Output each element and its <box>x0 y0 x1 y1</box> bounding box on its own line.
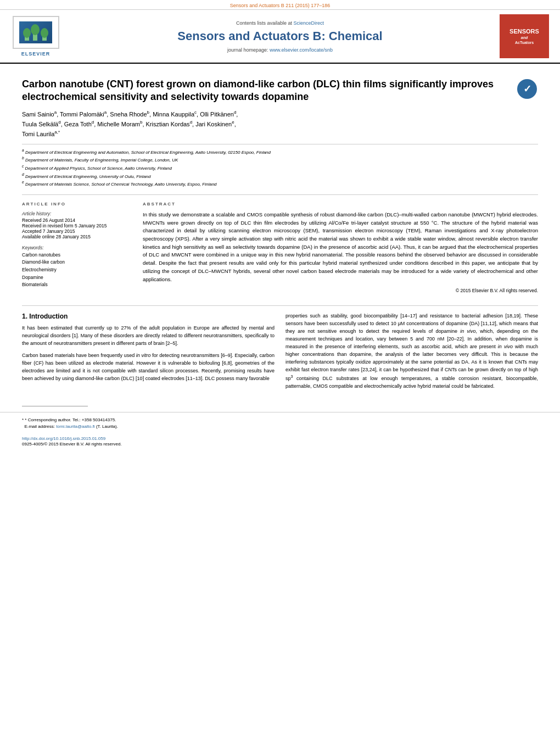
email-line: E-mail address: tomi.laurila@aalto.fi (T… <box>22 423 538 430</box>
article-info-abstract: ARTICLE INFO Article history: Received 2… <box>22 194 538 293</box>
homepage-line: journal homepage: www.elsevier.com/locat… <box>71 47 489 53</box>
keyword-3: Electrochemistry <box>22 266 132 274</box>
keyword-2: Diamond-like carbon <box>22 259 132 266</box>
body-left-column: 1. Introduction It has been estimated th… <box>22 313 275 394</box>
sensors-logo-line2: AcTuators <box>515 40 534 45</box>
section1-title: 1. Introduction <box>22 313 275 320</box>
homepage-link[interactable]: www.elsevier.com/locate/snb <box>270 47 333 53</box>
intro-para-1: It has been estimated that currently up … <box>22 325 275 348</box>
section-divider <box>22 305 538 306</box>
svg-point-3 <box>31 24 40 35</box>
footnote-area: * * Corresponding author. Tel.: +358 503… <box>0 412 560 450</box>
abstract-text: In this study we demonstrate a scalable … <box>143 211 538 283</box>
article-title: Carbon nanotube (CNT) forest grown on di… <box>22 78 516 104</box>
contents-available: Contents lists available at ScienceDirec… <box>71 20 489 26</box>
journal-center: Contents lists available at ScienceDirec… <box>60 20 500 53</box>
copyright-line: © 2015 Elsevier B.V. All rights reserved… <box>143 288 538 293</box>
affiliation-e: e Department of Materials Science, Schoo… <box>22 180 538 188</box>
corresponding-author: * * Corresponding author. Tel.: +358 503… <box>22 417 538 423</box>
intro-para-3: properties such as stability, good bioco… <box>285 313 538 390</box>
body-right-column: properties such as stability, good bioco… <box>285 313 538 394</box>
keyword-1: Carbon nanotubes <box>22 252 132 259</box>
affiliation-b: b Department of Materials, Faculty of En… <box>22 155 538 164</box>
homepage-text: journal homepage: <box>227 47 268 53</box>
affiliation-d: d Department of Electrical Engineering, … <box>22 172 538 180</box>
article-info-heading: ARTICLE INFO <box>22 202 132 207</box>
footnote-divider <box>22 406 88 406</box>
journal-title: Sensors and Actuators B: Chemical <box>71 29 489 43</box>
crossmark-container[interactable]: ✓ <box>516 78 538 100</box>
elsevier-tree-icon <box>22 23 49 42</box>
abstract-column: ABSTRACT In this study we demonstrate a … <box>143 202 538 293</box>
crossmark-icon[interactable]: ✓ <box>517 79 537 99</box>
elsevier-logo-inner <box>19 21 52 43</box>
doi-link[interactable]: http://dx.doi.org/10.1016/j.snb.2015.01.… <box>22 436 538 441</box>
article-history: Article history: Received 26 August 2014… <box>22 211 132 239</box>
available-date: Available online 28 January 2015 <box>22 234 132 239</box>
affiliation-c: c Department of Applied Physics, School … <box>22 164 538 172</box>
issn-line: 0925-4005/© 2015 Elsevier B.V. All right… <box>22 441 538 448</box>
keyword-4: Dopamine <box>22 274 132 282</box>
received-date: Received 26 August 2014 <box>22 217 132 223</box>
elsevier-logo: ELSEVIER <box>11 16 60 57</box>
keyword-5: Biomaterials <box>22 281 132 289</box>
sensors-actuators-logo: SENSORS and AcTuators <box>500 14 549 58</box>
keywords-label: Keywords: <box>22 245 132 250</box>
journal-citation: Sensors and Actuators B 211 (2015) 177–1… <box>230 3 331 8</box>
elsevier-label: ELSEVIER <box>21 51 51 57</box>
top-bar: Sensors and Actuators B 211 (2015) 177–1… <box>0 0 560 10</box>
intro-para-2: Carbon based materials have been frequen… <box>22 352 275 383</box>
article-title-section: Carbon nanotube (CNT) forest grown on di… <box>22 78 538 104</box>
history-label: Article history: <box>22 211 132 216</box>
svg-point-1 <box>23 28 31 38</box>
sciencedirect-link[interactable]: ScienceDirect <box>294 20 324 26</box>
email-link[interactable]: tomi.laurila@aalto.fi <box>56 424 94 429</box>
svg-point-5 <box>41 28 48 38</box>
revised-date: Received in revised form 5 January 2015 <box>22 223 132 228</box>
authors-list: Sami Sainioa, Tommi Palomäkia, Sneha Rho… <box>22 109 538 140</box>
affiliations-section: a Department of Electrical Engineering a… <box>22 144 538 188</box>
article-content: Carbon nanotube (CNT) forest grown on di… <box>0 64 560 299</box>
journal-header: ELSEVIER Contents lists available at Sci… <box>0 10 560 64</box>
affiliation-a: a Department of Electrical Engineering a… <box>22 148 538 156</box>
keywords-section: Keywords: Carbon nanotubes Diamond-like … <box>22 245 132 289</box>
sensors-logo-and: and <box>521 35 528 40</box>
abstract-heading: ABSTRACT <box>143 202 538 207</box>
accepted-date: Accepted 7 January 2015 <box>22 228 132 234</box>
elsevier-logo-box <box>13 16 59 49</box>
contents-text: Contents lists available at <box>236 20 292 26</box>
sensors-logo-line1: SENSORS <box>509 27 539 35</box>
article-info-column: ARTICLE INFO Article history: Received 2… <box>22 202 132 293</box>
body-content: 1. Introduction It has been estimated th… <box>0 313 560 394</box>
